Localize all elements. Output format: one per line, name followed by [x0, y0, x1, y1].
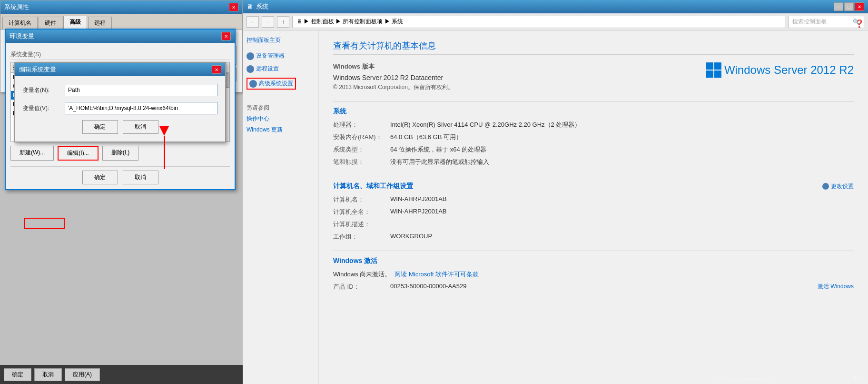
csdn-watermark: CSDN @WenMangZhu	[719, 376, 773, 382]
windows-edition-label: Windows 版本	[333, 62, 454, 71]
computerfull-row: 计算机全名： WIN-AHRPJ2001AB	[333, 208, 854, 216]
windows-edition-section: Windows 版本 Windows Server 2012 R2 Datace…	[333, 62, 854, 91]
advanced-settings-label: 高级系统设置	[259, 80, 293, 88]
up-button[interactable]: ↑	[277, 16, 289, 28]
title-left: 🖥 系统	[247, 2, 268, 11]
activation-status-row: Windows 尚未激活。 阅读 Microsoft 软件许可可条款	[333, 270, 854, 279]
ram-label: 安装内存(RAM)：	[333, 133, 390, 141]
delete-var-button[interactable]: 删除(L)	[102, 146, 139, 161]
computerfull-label: 计算机全名：	[333, 208, 390, 216]
remote-settings-label: 远程设置	[256, 65, 279, 73]
bottom-ok-btn[interactable]: 确定	[4, 368, 31, 381]
edit-var-name-label: 变量名(N):	[23, 86, 61, 94]
logo-sq4	[714, 71, 721, 78]
activation-section-label: Windows 激活	[333, 257, 854, 265]
product-id-value: 00253-50000-00000-AA529	[390, 283, 818, 290]
computername-value: WIN-AHRPJ2001AB	[390, 195, 854, 202]
env-close-button[interactable]: ✕	[221, 32, 231, 40]
sidebar-remote-settings[interactable]: 远程设置	[247, 65, 315, 73]
path-highlight-box	[24, 218, 65, 229]
edit-var-val-label: 变量值(V):	[23, 104, 61, 112]
env-cancel-button[interactable]: 取消	[123, 171, 158, 184]
edit-dialog: 编辑系统变量 ✕ 变量名(N): 变量值(V): 确定 取消	[14, 62, 226, 142]
edit-var-val-row: 变量值(V):	[23, 102, 217, 114]
edit-content: 变量名(N): 变量值(V): 确定 取消	[15, 76, 225, 141]
product-id-label: 产品 ID：	[333, 283, 390, 291]
sys-props-window-controls: ✕	[229, 3, 238, 11]
action-center-link[interactable]: 操作中心	[247, 115, 315, 123]
system-section: 系统 处理器： Intel(R) Xeon(R) Silver 4114 CPU…	[333, 101, 854, 166]
computerdesc-row: 计算机描述：	[333, 220, 854, 229]
minimize-button[interactable]: ─	[834, 2, 843, 11]
forward-button[interactable]: →	[262, 16, 274, 28]
search-bar[interactable]: 搜索控制面板 🔍	[788, 16, 864, 28]
edit-var-name-input[interactable]	[65, 84, 217, 96]
computerdesc-label: 计算机描述：	[333, 220, 390, 229]
computer-section-label: 计算机名、域和工作组设置	[333, 182, 413, 191]
sys-props-title: 系统属性	[4, 3, 29, 11]
system-section-label: 系统	[333, 107, 854, 116]
close-window-button[interactable]: ✕	[855, 2, 864, 11]
new-var-button[interactable]: 新建(W)...	[10, 146, 54, 161]
logo-sq2	[714, 62, 721, 70]
sidebar-advanced-settings[interactable]: 高级系统设置	[247, 78, 296, 90]
left-panel: 系统属性 ✕ 计算机名 硬件 高级 远程 用户变量(U) 新建(U)... 编辑…	[0, 0, 243, 384]
bottom-apply-btn[interactable]: 应用(A)	[65, 368, 100, 381]
sidebar-home-link[interactable]: 控制面板主页	[247, 36, 315, 44]
edit-var-name-row: 变量名(N):	[23, 84, 217, 96]
systype-label: 系统类型：	[333, 145, 390, 154]
edit-cancel-button[interactable]: 取消	[123, 120, 158, 134]
advanced-settings-icon	[249, 80, 257, 88]
edit-ok-button[interactable]: 确定	[82, 120, 118, 134]
sidebar-device-mgr[interactable]: 设备管理器	[247, 52, 315, 60]
sys-props-titlebar: 系统属性 ✕	[0, 0, 242, 14]
logo-sq1	[706, 62, 713, 70]
edit-var-button[interactable]: 编辑(I)...	[58, 146, 98, 161]
edit-var-val-input[interactable]	[65, 102, 217, 114]
maximize-button[interactable]: □	[844, 2, 854, 11]
close-button[interactable]: ✕	[229, 3, 238, 11]
cpu-value: Intel(R) Xeon(R) Silver 4114 CPU @ 2.20G…	[390, 121, 854, 129]
help-icon[interactable]: ❓	[855, 19, 864, 28]
right-titlebar: 🖥 系统 ─ □ ✕	[243, 0, 868, 13]
env-titlebar: 环境变量 ✕	[6, 30, 235, 43]
windows-update-link[interactable]: Windows 更新	[247, 126, 315, 134]
device-mgr-icon	[247, 52, 254, 60]
page-title: 查看有关计算机的基本信息	[333, 40, 854, 55]
edit-titlebar: 编辑系统变量 ✕	[15, 63, 225, 76]
computername-row: 计算机名： WIN-AHRPJ2001AB	[333, 195, 854, 204]
computer-section: 计算机名、域和工作组设置 更改设置 计算机名： WIN-AHRPJ2001AB …	[333, 176, 854, 241]
computername-label: 计算机名：	[333, 195, 390, 204]
right-window: 🖥 系统 ─ □ ✕ ← → ↑ 🖥 ▶ 控制面板 ▶ 所有控制面板项 ▶ 系统…	[243, 0, 868, 384]
tab-computername[interactable]: 计算机名	[2, 17, 38, 29]
address-bar[interactable]: 🖥 ▶ 控制面板 ▶ 所有控制面板项 ▶ 系统	[292, 16, 785, 28]
env-ok-button[interactable]: 确定	[82, 171, 118, 184]
cpu-label: 处理器：	[333, 121, 390, 129]
right-main: 查看有关计算机的基本信息 Windows 版本 Windows Server 2…	[319, 30, 868, 384]
env-bottom-buttons: 确定 取消	[10, 166, 230, 184]
windows-logo-squares	[706, 62, 721, 78]
right-toolbar: ← → ↑ 🖥 ▶ 控制面板 ▶ 所有控制面板项 ▶ 系统 搜索控制面板 🔍	[243, 13, 868, 30]
back-button[interactable]: ←	[247, 16, 259, 28]
logo-sq3	[706, 71, 713, 78]
right-window-title: 系统	[256, 2, 268, 11]
right-body: 控制面板主页 设备管理器 远程设置 高级系统设置 另请参阅 操作中心 Windo…	[243, 30, 868, 384]
bottom-taskbar: 确定 取消 应用(A)	[0, 365, 243, 384]
activation-link[interactable]: 阅读 Microsoft 软件许可可条款	[395, 270, 479, 279]
bottom-cancel-btn[interactable]: 取消	[34, 368, 62, 381]
edit-close-button[interactable]: ✕	[212, 65, 221, 74]
tab-hardware[interactable]: 硬件	[39, 17, 62, 29]
pentouch-row: 笔和触摸： 没有可用于此显示器的笔或触控输入	[333, 158, 854, 166]
window-icon: 🖥	[247, 3, 253, 10]
tab-advanced[interactable]: 高级	[63, 16, 87, 29]
workgroup-label: 工作组：	[333, 232, 390, 241]
activate-windows-link[interactable]: 激活 Windows	[818, 283, 854, 291]
pentouch-label: 笔和触摸：	[333, 158, 390, 166]
systype-row: 系统类型： 64 位操作系统，基于 x64 的处理器	[333, 145, 854, 154]
edition-copy: © 2013 Microsoft Corporation。保留所有权利。	[333, 83, 454, 91]
change-settings-link[interactable]: 更改设置	[822, 182, 854, 191]
tab-remote[interactable]: 远程	[88, 17, 112, 29]
search-placeholder: 搜索控制面板	[792, 18, 827, 26]
edition-info: Windows 版本 Windows Server 2012 R2 Datace…	[333, 62, 454, 91]
windows-logo-area: Windows Server 2012 R2	[706, 62, 854, 78]
